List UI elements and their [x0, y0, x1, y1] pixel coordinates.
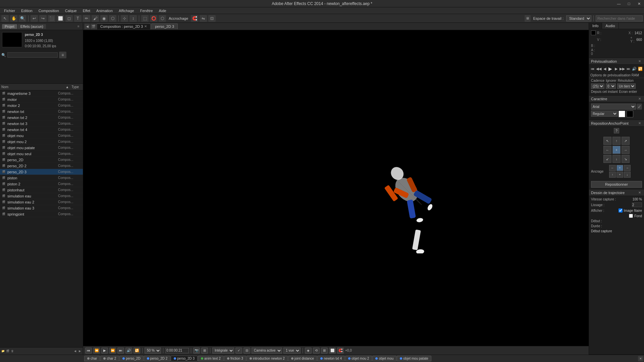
layer-item[interactable]: 🎬 magnetisme 3 Compos...	[0, 90, 83, 97]
left-arrow-icon[interactable]: ◀	[73, 350, 77, 353]
anchor-tr[interactable]: ↗	[622, 137, 630, 145]
layer-item[interactable]: 🎬 simulation eau 3 Compos...	[0, 205, 83, 211]
vc-loop[interactable]: 🔁	[133, 348, 140, 354]
fond-check[interactable]	[629, 214, 633, 218]
vc-time-input[interactable]	[165, 348, 189, 353]
layer-item[interactable]: 🎬 perso_2D 2 Compos...	[0, 163, 83, 169]
minimize-button[interactable]: —	[614, 0, 624, 7]
vc-play-fwd[interactable]: ⏭	[117, 348, 124, 354]
fill-color[interactable]	[619, 111, 625, 117]
new-folder-icon[interactable]: 📁	[1, 350, 5, 353]
vc-play[interactable]: ▶	[101, 348, 108, 354]
vc-next-frame[interactable]: ⏩	[109, 348, 116, 354]
vc-views-select[interactable]: 1 vue	[283, 348, 301, 354]
repositionner-button[interactable]: Repositionner	[591, 181, 642, 188]
accrochage-icon[interactable]: 🧲	[191, 15, 198, 22]
previs-audio[interactable]: 🔊	[632, 66, 637, 71]
resolution-select[interactable]: Un tiers	[617, 83, 636, 89]
menu-effet[interactable]: Effet	[80, 8, 93, 13]
layer-item[interactable]: 🎬 motor 2 Compos...	[0, 103, 83, 109]
menu-affichage[interactable]: Affichage	[116, 8, 137, 13]
close-button[interactable]: ✕	[634, 0, 644, 7]
viewer[interactable]	[83, 30, 589, 346]
layer-item[interactable]: 🎬 objet mou 2 Compos...	[0, 139, 83, 145]
image-filaire-check[interactable]	[619, 208, 623, 213]
comp-nav-back[interactable]: ◀	[85, 24, 90, 29]
layer-item[interactable]: 🎬 objet mou Compos...	[0, 133, 83, 139]
vc-camera-select[interactable]: Caméra active	[252, 348, 282, 354]
comp-tab-2[interactable]: perso_2D 3	[151, 23, 178, 29]
tl-tab-introduction-newton-2[interactable]: introduction newton 2	[247, 356, 288, 361]
vc-integration-select[interactable]: Intégrale	[212, 348, 234, 354]
comp-tab-active[interactable]: Composition : perso_2D 3 ✕	[97, 23, 151, 29]
previs-prev-frame[interactable]: ◀	[603, 66, 607, 71]
previs-goto-end[interactable]: ⏭	[626, 66, 631, 71]
toolbar-btn-15[interactable]: ⊡	[208, 15, 216, 22]
new-comp-icon[interactable]: 🎬	[6, 350, 9, 353]
vc-motion[interactable]: ⟲	[313, 348, 320, 354]
toolbar-btn-12[interactable]: ⭕	[150, 15, 157, 22]
toolbar-btn-4[interactable]: ↩	[31, 15, 38, 22]
toolbar-btn-1[interactable]: ↖	[1, 15, 9, 22]
anchor-m[interactable]: +	[616, 172, 623, 178]
toolbar-btn-text[interactable]: T	[74, 15, 82, 22]
layer-item[interactable]: 🎬 piston 2 Compos...	[0, 181, 83, 187]
toolbar-btn-puppet[interactable]: ⬡	[109, 15, 116, 22]
menu-edition[interactable]: Edition	[18, 8, 35, 13]
right-arrow-icon[interactable]: ▶	[78, 350, 82, 353]
reposition-collapse[interactable]: ✕	[637, 121, 642, 126]
tl-tab-joint-distance[interactable]: joint distance	[288, 356, 317, 361]
layer-item[interactable]: 🎬 objet mou patate Compos...	[0, 145, 83, 151]
menu-composition[interactable]: Composition	[36, 8, 62, 13]
previs-next-frame[interactable]: ▶	[614, 66, 618, 71]
info-tab[interactable]: Info	[589, 23, 602, 29]
vc-safe[interactable]: ⬜	[329, 348, 336, 354]
espace-travail-select[interactable]: Standard	[566, 15, 591, 21]
vc-zoom-select[interactable]: 50 %	[145, 348, 161, 354]
layer-sort-icon[interactable]: ▲	[65, 85, 69, 89]
font-select[interactable]: Arial	[591, 104, 636, 110]
layer-item[interactable]: 🎬 newton txt Compos...	[0, 109, 83, 115]
search-input[interactable]	[596, 15, 643, 21]
anchor-c[interactable]: +	[616, 165, 623, 171]
layer-item[interactable]: 🎬 piston Compos...	[0, 175, 83, 181]
tl-tab-objet-mou-patate[interactable]: objet mou patate	[397, 356, 431, 361]
vc-grid3[interactable]: ⊞	[321, 348, 328, 354]
anchor-br[interactable]: ↘	[622, 155, 630, 163]
anchor-tl[interactable]: ↖	[603, 137, 611, 145]
previs-goto-start[interactable]: ⏮	[590, 66, 595, 71]
layer-item[interactable]: 🎬 simulation eau Compos...	[0, 193, 83, 199]
vc-grid2[interactable]: ⊟	[244, 348, 250, 354]
toolbar-btn-pen[interactable]: ✏	[83, 15, 90, 22]
maximize-button[interactable]: □	[624, 0, 634, 7]
audio-tab[interactable]: Audio	[602, 23, 619, 29]
tl-tab-char-2[interactable]: char 2	[100, 356, 119, 361]
toolbar-btn-brush[interactable]: 🖌	[92, 15, 99, 22]
toolbar-btn-14[interactable]: ⇋	[200, 15, 207, 22]
anchor-bc[interactable]: ↓	[612, 155, 621, 163]
vc-snap[interactable]: 🧲	[337, 348, 344, 354]
vc-snapshot[interactable]: 📷	[193, 348, 200, 354]
toolbar-btn-9[interactable]: ⊹	[121, 15, 128, 22]
toolbar-btn-7[interactable]: ⬜	[57, 15, 64, 22]
toolbar-btn-5[interactable]: ↪	[39, 15, 47, 22]
toolbar-btn-8[interactable]: ◻	[65, 15, 73, 22]
vc-grid[interactable]: ⊞	[201, 348, 208, 354]
vc-audio[interactable]: 🔊	[125, 348, 132, 354]
layer-item[interactable]: 🎬 newton txt 4 Compos...	[0, 127, 83, 133]
vc-mask[interactable]: ◈	[305, 348, 312, 354]
layer-item[interactable]: 🎬 motor Compos...	[0, 97, 83, 103]
help-btn[interactable]: ?	[614, 128, 619, 133]
vc-prev-frame[interactable]: ⏪	[93, 348, 100, 354]
lissage-input[interactable]	[632, 202, 642, 207]
toolbar-btn-10[interactable]: ↕	[129, 15, 137, 22]
anchor-mr[interactable]: →	[622, 146, 630, 154]
toolbar-btn-6[interactable]: ⬛	[48, 15, 55, 22]
toolbar-btn-13[interactable]: ⬡	[159, 15, 166, 22]
project-tab[interactable]: Projet	[2, 24, 17, 29]
tl-tab-friction-3[interactable]: friction 3	[224, 356, 246, 361]
font-color-icon[interactable]: 🖊	[637, 104, 642, 110]
anchor-ml[interactable]: ←	[603, 146, 611, 154]
tl-tab-char[interactable]: char	[84, 356, 100, 361]
menu-fichier[interactable]: Fichier	[1, 8, 18, 13]
